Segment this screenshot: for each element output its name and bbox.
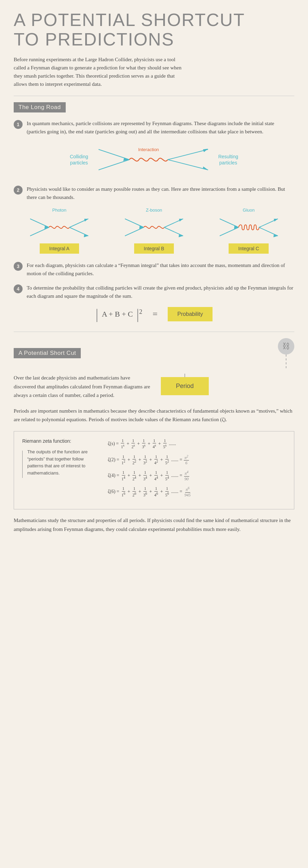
bracket-left: | [95, 307, 98, 321]
period-box: Period [161, 377, 209, 395]
divider [14, 96, 294, 96]
zeta-4-row: ζ(4) = 114 + 124 + 134 + 144 + 154 .....… [108, 470, 286, 481]
svg-line-5 [168, 160, 208, 170]
gluon-svg [218, 215, 280, 239]
zboson-label: Z-boson [146, 208, 162, 213]
zeta-2-row: ζ(2) = 112 + 122 + 132 + 142 + 152 .....… [108, 454, 286, 466]
chain-link-area: ⛓ [278, 338, 294, 368]
step1-number: 1 [14, 120, 23, 129]
svg-line-26 [259, 227, 278, 236]
probability-label: Probability [177, 311, 203, 317]
svg-marker-27 [274, 219, 278, 222]
shortcut-header-area: A Potential Short Cut ⛓ [14, 338, 294, 368]
svg-line-22 [220, 219, 239, 227]
divider2 [14, 332, 294, 332]
integral-c-label: Integral C [229, 243, 269, 254]
main-title: A POTENTIAL SHORTCUT TO PREDICTIONS [14, 10, 294, 49]
step3-number: 3 [14, 262, 23, 271]
integral-b-label: Integral B [134, 243, 174, 254]
step3: 3 For each diagram, physicists can calcu… [14, 261, 294, 278]
page-container: A POTENTIAL SHORTCUT TO PREDICTIONS Befo… [0, 0, 308, 547]
step2: 2 Physicists would like to consider as m… [14, 185, 294, 201]
step1: 1 In quantum mechanics, particle collisi… [14, 119, 294, 136]
final-text: Mathematicians study the structure and p… [14, 516, 294, 534]
step1-text: In quantum mechanics, particle collision… [27, 119, 294, 136]
colliding-label: Collidingparticles [70, 153, 88, 166]
svg-marker-13 [84, 219, 88, 222]
photon-item: Photon Integral A [14, 208, 105, 254]
equals-sign: = [153, 309, 158, 319]
zeta-vertical-line [22, 451, 23, 478]
zeta-desc: The outputs of the function are “periods… [27, 449, 98, 477]
step2-number: 2 [14, 186, 23, 195]
step4-number: 4 [14, 284, 23, 293]
svg-marker-20 [179, 219, 183, 222]
gluon-item: Gluon Integral C [203, 208, 294, 254]
feynman-svg-1: Interaction [95, 143, 211, 177]
zeta-left-panel: Riemann zeta function: The outputs of th… [22, 438, 98, 502]
svg-line-9 [30, 227, 49, 236]
step2-text: Physicists would like to consider as man… [27, 185, 294, 201]
step4: 4 To determine the probability that coll… [14, 284, 294, 300]
zeta-general-row: ζ(s) = 11s + 12s + 13s + 14s + 15s .....… [108, 438, 286, 450]
zeta-right-panel: ζ(s) = 11s + 12s + 13s + 14s + 15s .....… [108, 438, 286, 502]
dashed-line-2 [184, 374, 185, 377]
formula-section: | A + B + C | 2 = Probability [14, 307, 294, 321]
zeta-6-row: ζ(6) = 116 + 126 + 136 + 146 + 156 .....… [108, 486, 286, 497]
formula-exponent: 2 [139, 308, 142, 316]
zeta-title: Riemann zeta function: [22, 438, 98, 444]
zeta-desc-area: The outputs of the function are “periods… [22, 449, 98, 478]
svg-text:Interaction: Interaction [138, 147, 159, 152]
shortcut-content: Over the last decade physicists and math… [14, 374, 294, 400]
integral-a-label: Integral A [40, 243, 79, 254]
svg-line-4 [168, 149, 208, 160]
svg-line-8 [30, 219, 49, 227]
feynman-diagram-1: Collidingparticles Interaction Resulting… [14, 143, 294, 177]
svg-line-12 [69, 227, 88, 236]
intro-text: Before running experiments at the Large … [14, 55, 185, 88]
photon-label: Photon [52, 208, 66, 213]
dashed-line-1 [286, 355, 286, 368]
step3-text: For each diagram, physicists can calcula… [27, 261, 294, 278]
chain-link-icon: ⛓ [278, 338, 294, 355]
section2-header: A Potential Short Cut [14, 348, 81, 358]
svg-line-19 [164, 227, 183, 236]
title-line1: A POTENTIAL SHORTCUT [14, 10, 245, 30]
svg-line-23 [220, 227, 239, 236]
zboson-item: Z-boson Integral B [108, 208, 200, 254]
photon-svg [28, 215, 90, 239]
zeta-box: Riemann zeta function: The outputs of th… [14, 431, 294, 509]
step4-text: To determine the probability that collid… [27, 284, 294, 300]
resulting-label: Resultingparticles [218, 153, 238, 166]
formula-abc: A + B + C [98, 307, 136, 321]
shortcut-text-1: Over the last decade physicists and math… [14, 374, 151, 400]
svg-line-15 [125, 219, 144, 227]
period-area: Period [161, 374, 209, 395]
title-line2: TO PREDICTIONS [14, 29, 174, 49]
period-label: Period [176, 383, 194, 389]
section1-header: The Long Road [14, 102, 66, 112]
gluon-label: Gluon [243, 208, 255, 213]
formula-expression: | A + B + C | 2 [95, 307, 142, 321]
bracket-right: | [136, 307, 139, 321]
zboson-svg [123, 215, 185, 239]
probability-box: Probability [168, 307, 213, 321]
svg-marker-6 [203, 149, 208, 152]
collision-types-row: Photon Integral A Z-boson [14, 208, 294, 254]
shortcut-text-2: Periods are important numbers in mathema… [14, 407, 294, 424]
svg-line-1 [99, 160, 129, 170]
svg-line-16 [125, 227, 144, 236]
